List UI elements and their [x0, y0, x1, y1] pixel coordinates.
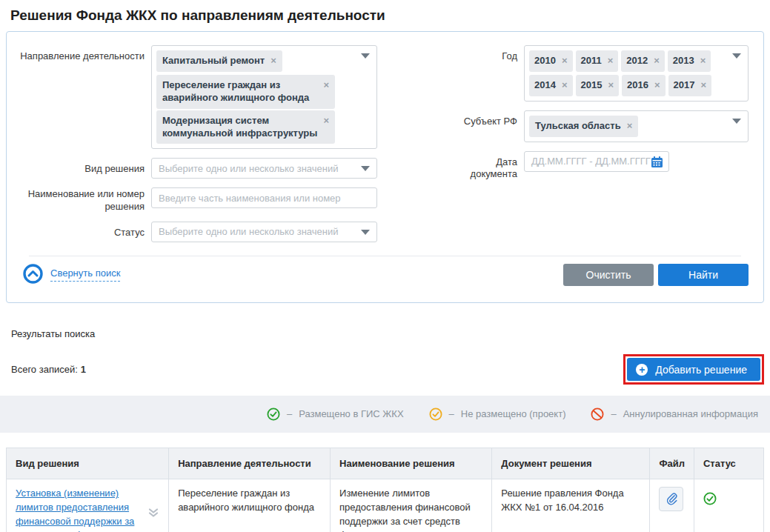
status-posted-icon — [703, 492, 717, 505]
doc-date-input[interactable]: ДД.ММ.ГГГГ - ДД.ММ.ГГГГ — [524, 151, 669, 172]
collapse-circle-up-icon[interactable] — [23, 264, 43, 286]
find-button[interactable]: Найти — [658, 264, 749, 286]
chevron-down-icon[interactable] — [732, 53, 741, 59]
year-tag: 2015× — [576, 75, 620, 96]
decision-type-select[interactable]: Выберите одно или несколько значений — [151, 158, 377, 179]
doc-date-label: Дата документа — [447, 151, 517, 181]
header-decision-type: Вид решения — [7, 448, 169, 479]
search-panel: Направление деятельности Капитальный рем… — [6, 31, 764, 303]
attachment-button[interactable] — [659, 487, 683, 511]
page-title: Решения Фонда ЖКХ по направлениям деятел… — [10, 7, 764, 24]
row-direction: Переселение граждан из аварийного жилищн… — [169, 479, 331, 532]
add-decision-button[interactable]: + Добавить решение — [627, 358, 760, 381]
chevron-down-icon[interactable] — [361, 53, 370, 59]
remove-tag-icon[interactable]: × — [654, 55, 660, 67]
decision-type-label: Вид решения — [13, 158, 145, 179]
calendar-icon[interactable] — [651, 156, 663, 170]
remove-tag-icon[interactable]: × — [323, 115, 329, 127]
add-decision-highlight: + Добавить решение — [623, 354, 764, 385]
header-decision-document: Документ решения — [492, 448, 650, 479]
status-draft-icon — [429, 408, 442, 421]
year-tag: 2011× — [576, 50, 619, 72]
legend-posted-label: Размещено в ГИС ЖКХ — [299, 408, 403, 419]
legend-draft-label: Не размещено (проект) — [461, 408, 566, 419]
field-subject: Субъект РФ Тульская область × — [447, 110, 749, 142]
table-row: Установка (изменение) лимитов предоставл… — [7, 479, 764, 532]
row-decision-document: Решение правления Фонда ЖКХ №1 от 16.04.… — [492, 479, 650, 532]
direction-multiselect[interactable]: Капитальный ремонт × Переселение граждан… — [151, 45, 377, 149]
field-status: Статус Выберите одно или несколько значе… — [13, 222, 383, 242]
year-tag: 2012× — [621, 50, 665, 72]
remove-tag-icon[interactable]: × — [654, 79, 660, 92]
header-decision-name: Наименование решения — [331, 448, 492, 479]
year-label: Год — [447, 45, 517, 102]
direction-tag: Капитальный ремонт × — [156, 50, 282, 72]
remove-tag-icon[interactable]: × — [562, 55, 568, 67]
legend-item-annulled: – Аннулированная информация — [591, 408, 758, 421]
year-tag: 2017× — [668, 75, 712, 96]
year-multiselect[interactable]: 2010× 2011× 2012× 2013× 2014× 2015× 2016… — [524, 45, 749, 102]
remove-tag-icon[interactable]: × — [608, 55, 614, 67]
subject-label: Субъект РФ — [447, 110, 517, 142]
status-posted-icon — [267, 408, 280, 421]
double-chevron-down-icon[interactable] — [147, 507, 159, 523]
paperclip-icon — [665, 492, 678, 505]
direction-tag: Переселение граждан из аварийного жилищн… — [156, 75, 335, 109]
remove-tag-icon[interactable]: × — [608, 79, 614, 92]
remove-tag-icon[interactable]: × — [271, 55, 276, 67]
header-direction: Направление деятельности — [169, 448, 331, 479]
header-file: Файл — [650, 448, 694, 479]
table-header-row: Вид решения Направление деятельности Наи… — [7, 448, 764, 479]
legend-item-draft: – Не размещено (проект) — [429, 408, 566, 421]
results-heading: Результаты поиска — [11, 328, 764, 339]
year-tag: 2016× — [622, 75, 666, 96]
direction-label: Направление деятельности — [13, 45, 145, 149]
chevron-down-icon[interactable] — [732, 119, 741, 124]
legend-annulled-label: Аннулированная информация — [623, 408, 758, 419]
decision-type-link[interactable]: Установка (изменение) лимитов предоставл… — [16, 487, 142, 532]
page: Решения Фонда ЖКХ по направлениям деятел… — [0, 0, 770, 532]
legend-item-posted: – Размещено в ГИС ЖКХ — [267, 408, 404, 421]
status-annulled-icon — [591, 408, 604, 421]
name-or-number-input[interactable]: Введите часть наименования или номер — [151, 187, 377, 208]
remove-tag-icon[interactable]: × — [627, 120, 633, 133]
direction-tag: Модернизация систем коммунальной инфраст… — [156, 110, 335, 144]
collapse-search-link[interactable]: Свернуть поиск — [23, 264, 120, 286]
name-or-number-label: Наименование или номер решения — [13, 187, 145, 213]
chevron-down-icon[interactable] — [361, 166, 370, 171]
row-decision-name: Изменение лимитов предоставления финансо… — [331, 479, 492, 532]
year-tag: 2010× — [529, 50, 573, 72]
remove-tag-icon[interactable]: × — [700, 55, 706, 67]
field-doc-date: Дата документа ДД.ММ.ГГГГ - ДД.ММ.ГГГГ — [447, 151, 749, 181]
field-direction: Направление деятельности Капитальный рем… — [13, 45, 383, 149]
plus-icon: + — [636, 364, 648, 376]
status-legend: – Размещено в ГИС ЖКХ – Не размещено (пр… — [0, 396, 770, 433]
subject-multiselect[interactable]: Тульская область × — [524, 110, 749, 142]
status-label: Статус — [13, 222, 145, 242]
results-table: Вид решения Направление деятельности Наи… — [6, 448, 764, 532]
remove-tag-icon[interactable]: × — [323, 79, 329, 92]
remove-tag-icon[interactable]: × — [562, 79, 568, 92]
year-tag: 2013× — [668, 50, 711, 72]
field-year: Год 2010× 2011× 2012× 2013× 2014× 2015× … — [447, 45, 749, 102]
status-select[interactable]: Выберите одно или несколько значений — [151, 222, 377, 242]
total-records-label: Всего записей: — [11, 364, 78, 375]
field-name-or-number: Наименование или номер решения Введите ч… — [13, 187, 383, 213]
field-decision-type: Вид решения Выберите одно или несколько … — [13, 158, 383, 179]
collapse-search-label[interactable]: Свернуть поиск — [50, 267, 120, 282]
subject-tag: Тульская область × — [529, 116, 638, 137]
total-records-value: 1 — [81, 364, 86, 375]
remove-tag-icon[interactable]: × — [700, 79, 706, 92]
year-tag: 2014× — [529, 75, 573, 96]
clear-button[interactable]: Очистить — [563, 264, 654, 286]
chevron-down-icon[interactable] — [361, 230, 370, 235]
header-status: Статус — [694, 448, 763, 479]
